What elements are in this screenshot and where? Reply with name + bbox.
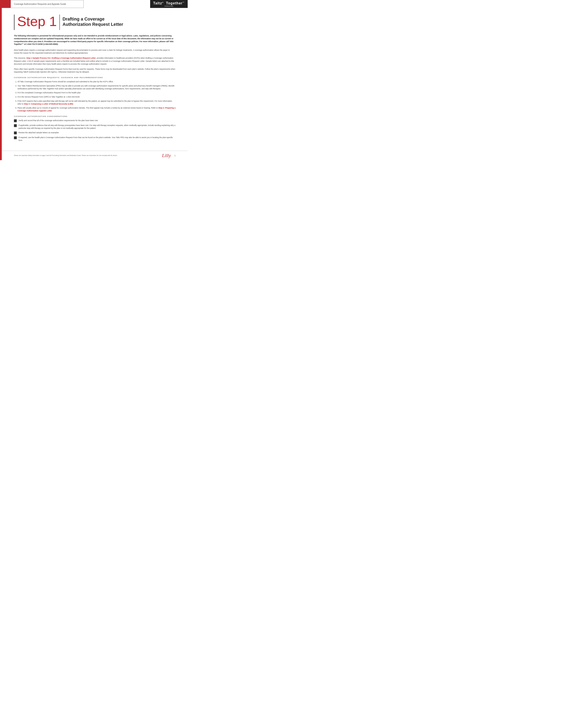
taltz-logo: Taltz® Together™ <box>153 1 184 5</box>
header-spacer <box>84 0 150 8</box>
checkbox-item: Review the attached sample letters as ex… <box>14 131 175 134</box>
list-item: If the HCP expects that a plan-specified… <box>17 100 175 105</box>
step-title-line1: Drafting a Coverage <box>62 16 123 22</box>
paragraph-3: Plans often have specific Coverage Autho… <box>14 68 175 73</box>
footer: Please see Important Safety Information … <box>2 151 188 160</box>
header-red-accent <box>2 0 11 8</box>
step-title-line2: Authorization Request Letter <box>62 22 123 27</box>
checkbox-icon[interactable] <box>14 136 17 139</box>
checkbox-item: Verify and record that all of the covera… <box>14 119 175 122</box>
checkbox-list: Verify and record that all of the covera… <box>14 119 175 142</box>
list-item: Plans will usually allow up to 3 levels … <box>17 107 175 112</box>
ixekizumab-label: (ixekizumab) <box>164 5 173 7</box>
list-item: FAX the Service Request Form (SRF) to Ta… <box>17 96 175 98</box>
checkbox-item: If required, use the health plan's Cover… <box>14 136 175 142</box>
item5-bold: Step 3: Composing a Letter of Medical Ne… <box>24 103 73 105</box>
section1-header: COVERAGE AUTHORIZATION REQUESTS: GUIDANC… <box>14 77 175 79</box>
header-title-box: Coverage Authorization Requests and Appe… <box>11 0 84 8</box>
para2-prefix: This resource, <box>14 57 26 59</box>
paragraph-2: This resource, Step 1 Sample Process For… <box>14 57 175 66</box>
lilly-logo: Lilly <box>162 153 171 158</box>
header-bar: Coverage Authorization Requests and Appe… <box>2 0 188 8</box>
step-title-block: Drafting a Coverage Authorization Reques… <box>62 15 123 27</box>
step-heading: Step 1 Drafting a Coverage Authorization… <box>14 15 175 30</box>
checkbox-item: If applicable, provide evidence that all… <box>14 124 175 130</box>
section2-header: COVERAGE AUTHORIZATION CONSIDERATIONS <box>14 115 175 117</box>
main-content: Step 1 Drafting a Coverage Authorization… <box>2 8 188 151</box>
step-number: Step 1 <box>17 15 57 28</box>
page-number: 1 <box>174 154 175 157</box>
checkbox-icon[interactable] <box>14 119 17 122</box>
list-item: Your Taltz Patient Reimbursement Special… <box>17 84 175 90</box>
guide-title: Coverage Authorization Requests and Appe… <box>14 3 66 5</box>
list-item: All Taltz Coverage Authorization Request… <box>17 80 175 83</box>
checkbox-icon[interactable] <box>14 124 17 127</box>
header-logo: Taltz® Together™ (ixekizumab) <box>150 0 188 8</box>
list-item: FAX the completed Coverage Authorization… <box>17 91 175 94</box>
para2-bold: Step 1 Sample Process For: Drafting a Co… <box>26 57 96 59</box>
left-red-stripe <box>0 0 2 160</box>
paragraph-1: Most health plans require a coverage aut… <box>14 49 175 54</box>
disclaimer-paragraph: The following information is presented f… <box>14 34 175 46</box>
numbered-list: All Taltz Coverage Authorization Request… <box>17 80 175 112</box>
footer-text: Please see Important Safety Information … <box>14 154 117 156</box>
checkbox-icon[interactable] <box>14 131 17 134</box>
